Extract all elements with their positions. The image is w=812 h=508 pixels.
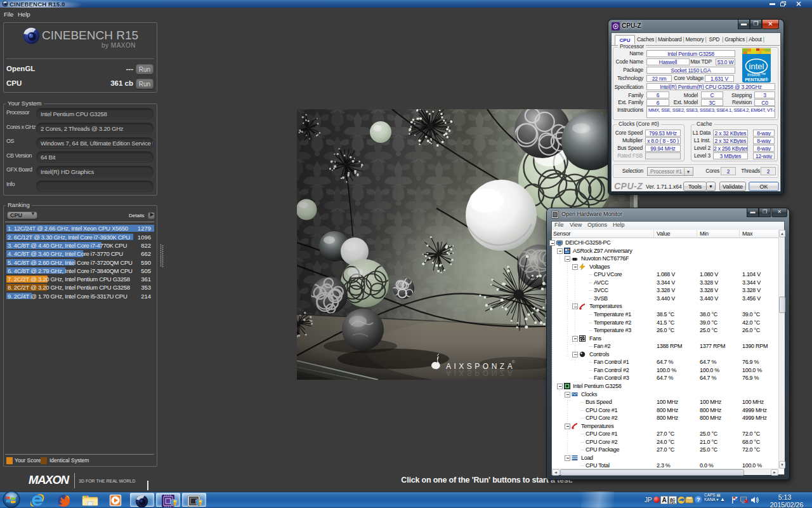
svg-text:PENTIUM®: PENTIUM® (745, 77, 769, 82)
svg-text:intel: intel (749, 62, 764, 71)
